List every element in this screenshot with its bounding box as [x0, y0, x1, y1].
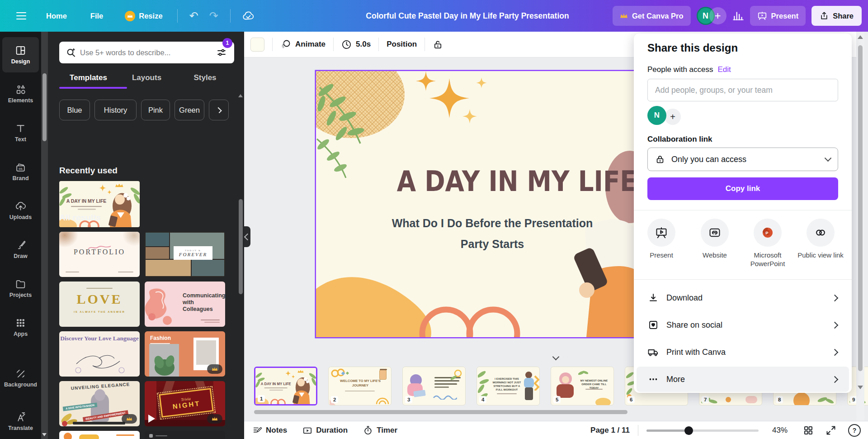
template-portfolio[interactable]: PORTFOLIO [59, 232, 140, 277]
home-menu[interactable]: Home [46, 12, 67, 20]
add-people-input[interactable] [647, 79, 838, 101]
scroll-down-arrow-icon[interactable] [858, 386, 863, 389]
filter-count-badge: 1 [222, 38, 232, 48]
scrollbar-thumb[interactable] [42, 73, 47, 141]
zoom-slider-thumb[interactable] [684, 426, 693, 435]
filters-icon[interactable] [216, 47, 227, 58]
design-title[interactable]: Colorful Cute Pastel Day in My Life Part… [366, 11, 569, 21]
download-row[interactable]: Download [637, 285, 849, 310]
collapse-thumbnails-button[interactable] [546, 353, 565, 361]
duration-button[interactable]: 5.0s [341, 39, 371, 50]
search-input[interactable] [79, 48, 216, 57]
tab-layouts[interactable]: Layouts [118, 70, 176, 86]
thumbnail-title: WELCOME TO MY LIFE'S JOURNEY [338, 379, 383, 388]
svg-text:P: P [765, 230, 769, 235]
sidebar-item-design[interactable]: Design [2, 37, 39, 72]
sidebar-item-elements[interactable]: Elements [2, 76, 39, 111]
more-row[interactable]: More [637, 367, 849, 392]
template-partial-left[interactable] [59, 431, 140, 439]
template-fashion[interactable]: Fashion [145, 331, 225, 377]
uploads-icon [15, 200, 26, 212]
sidebar-item-brand[interactable]: co. Brand [2, 154, 39, 189]
thumbnails-scrollbar[interactable] [254, 410, 627, 414]
timer-button[interactable]: Timer [363, 425, 397, 435]
sidebar-item-text[interactable]: Text [2, 115, 39, 150]
scrollbar-thumb[interactable] [239, 199, 243, 294]
sidebar-item-label: Text [15, 136, 26, 143]
page-thumbnail-4[interactable]: I EXERCISED THIS MORNING! NOT JUST STRET… [476, 367, 540, 406]
templates-scrollbar[interactable] [239, 32, 243, 439]
add-collaborator-button[interactable]: + [664, 108, 682, 126]
template-trivia-night[interactable]: Trivia NIGHT [145, 381, 225, 426]
slide-title[interactable]: A DAY IN MY LIFE [397, 165, 588, 197]
copy-link-button[interactable]: Copy link [647, 177, 838, 200]
page-thumbnail-5[interactable]: MY NEWEST ONLINE ORDER CAME TILL TODAY 5 [551, 367, 614, 406]
zoom-slider[interactable] [646, 429, 759, 432]
template-elegance[interactable]: UNVEILING ELEGANCE A DIVE INTO FASHION B… [59, 381, 140, 426]
main-menu-icon[interactable] [16, 10, 26, 22]
animate-button[interactable]: Animate [280, 39, 326, 50]
access-level-select[interactable]: Only you can access [647, 148, 838, 171]
duration-bottom-button[interactable]: Duration [302, 425, 348, 435]
quick-action-website[interactable]: Website [689, 219, 741, 259]
divider [177, 9, 178, 23]
chevron-right-icon [831, 321, 839, 329]
tab-styles[interactable]: Styles [176, 70, 234, 86]
tab-templates[interactable]: Templates [59, 70, 118, 86]
canvas-scrollbar[interactable] [856, 32, 864, 421]
redo-icon[interactable]: ↷ [209, 10, 218, 22]
sidebar-item-translate[interactable]: Translate [2, 404, 39, 439]
quick-action-public-view-link[interactable]: Public view link [794, 219, 847, 259]
template-forever[interactable]: TODAY & FOREVER [145, 232, 225, 277]
resize-menu[interactable]: Resize [125, 11, 162, 21]
add-member-button[interactable]: + [709, 7, 726, 24]
help-button[interactable]: ? [848, 424, 861, 437]
position-button[interactable]: Position [387, 40, 417, 49]
insights-chart-icon[interactable] [732, 10, 744, 22]
sidebar-item-uploads[interactable]: Uploads [2, 193, 39, 228]
chip-green[interactable]: Green [175, 100, 204, 120]
page-thumbnail-2[interactable]: WELCOME TO MY LIFE'S JOURNEY 2 [328, 367, 392, 406]
chip-pink[interactable]: Pink [141, 100, 170, 120]
chips-scroll-right-button[interactable] [209, 100, 229, 120]
share-button[interactable]: Share [811, 6, 862, 26]
sidebar-item-apps[interactable]: Apps [2, 310, 39, 345]
page-thumbnail-3[interactable]: 3 [402, 367, 466, 406]
quick-action-present[interactable]: Present [635, 219, 688, 259]
template-partial-right[interactable] [145, 431, 225, 439]
template-love[interactable]: LOVE IS ALWAYS THE ANSWER [59, 282, 140, 327]
template-colleagues[interactable]: Communicating with Colleagues [145, 282, 225, 327]
chip-history[interactable]: History [94, 100, 137, 120]
apps-icon [15, 317, 26, 329]
divider [638, 425, 638, 436]
get-canva-pro-button[interactable]: Get Canva Pro [613, 6, 691, 26]
scroll-up-arrow-icon[interactable] [858, 35, 863, 39]
scrollbar-thumb[interactable] [858, 45, 863, 371]
scroll-up-arrow-icon[interactable] [238, 94, 243, 97]
present-button[interactable]: Present [750, 6, 806, 26]
slide-subtitle[interactable]: What Do I Do Before the Presentation Par… [384, 213, 601, 254]
sidebar-item-background[interactable]: Background [2, 360, 39, 396]
lock-icon[interactable] [433, 39, 443, 50]
scroll-down-arrow-icon[interactable] [42, 433, 47, 436]
template-love-language[interactable]: Discover Your Love Language [59, 331, 140, 377]
file-menu[interactable]: File [90, 12, 103, 20]
page-indicator[interactable]: Page 1 / 11 [590, 426, 630, 435]
notes-button[interactable]: Notes [252, 425, 287, 435]
background-color-swatch[interactable] [250, 38, 264, 52]
grid-view-icon[interactable] [803, 425, 814, 436]
print-with-canva-row[interactable]: Print with Canva [637, 339, 849, 365]
sidebar-item-projects[interactable]: Projects [2, 271, 39, 306]
zoom-percent[interactable]: 43% [772, 426, 792, 435]
collapse-panel-tab[interactable] [244, 226, 250, 247]
edit-access-link[interactable]: Edit [718, 65, 731, 74]
panel-scrollbar[interactable] [41, 32, 48, 439]
undo-icon[interactable]: ↶ [189, 10, 198, 22]
sidebar-item-draw[interactable]: Draw [2, 232, 39, 267]
fullscreen-icon[interactable] [826, 425, 836, 436]
chip-blue[interactable]: Blue [59, 100, 90, 120]
page-thumbnail-1[interactable]: 1 [254, 367, 317, 406]
share-on-social-row[interactable]: Share on social [637, 312, 849, 338]
more-ellipsis-icon [647, 374, 659, 385]
quick-action-powerpoint[interactable]: P Microsoft PowerPoint [741, 219, 794, 268]
